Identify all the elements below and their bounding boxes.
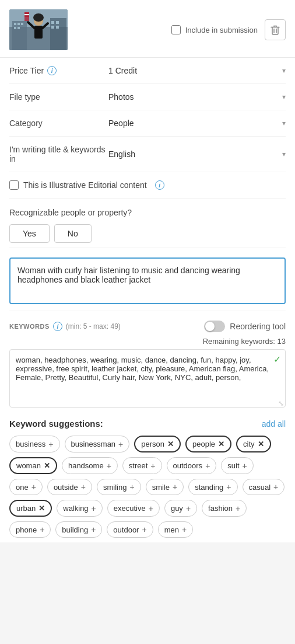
tag-add-icon[interactable]: +	[273, 482, 278, 492]
tags-container: business+businessman+person✕people✕city✕…	[9, 436, 286, 538]
tag-add-icon[interactable]: +	[48, 440, 53, 449]
tag-standing[interactable]: standing+	[188, 479, 237, 495]
tag-add-icon[interactable]: +	[236, 504, 240, 513]
tag-outdoor[interactable]: outdoor+	[107, 521, 153, 538]
tag-add-icon[interactable]: +	[92, 504, 96, 513]
tag-building[interactable]: building+	[55, 521, 102, 538]
tag-one[interactable]: one+	[9, 479, 43, 495]
tag-add-icon[interactable]: +	[150, 461, 155, 471]
tag-smiling[interactable]: smiling+	[97, 479, 141, 495]
tag-add-icon[interactable]: +	[129, 482, 134, 492]
tag-add-icon[interactable]: +	[118, 440, 123, 449]
tag-add-icon[interactable]: +	[186, 504, 191, 513]
yes-button[interactable]: Yes	[9, 224, 50, 243]
tag-city[interactable]: city✕	[236, 436, 271, 452]
tag-add-icon[interactable]: +	[149, 504, 153, 513]
tag-remove-icon[interactable]: ✕	[38, 504, 45, 513]
tag-urban[interactable]: urban✕	[9, 500, 52, 517]
tag-add-icon[interactable]: +	[91, 525, 96, 534]
tag-add-icon[interactable]: +	[31, 482, 36, 492]
svg-rect-20	[24, 14, 29, 15]
tag-add-icon[interactable]: +	[107, 461, 111, 471]
illustrative-label: This is Illustrative Editorial content	[23, 180, 147, 190]
tag-suit[interactable]: suit+	[221, 457, 253, 474]
title-textarea[interactable]: Woman with curly hair listening to music…	[9, 257, 286, 304]
reorder-toggle[interactable]	[204, 321, 225, 332]
tag-remove-icon[interactable]: ✕	[167, 440, 174, 448]
remaining-keywords: Remaining keywords: 13	[9, 337, 286, 346]
keywords-textarea[interactable]: woman, headphones, wearing, music, dance…	[9, 349, 286, 408]
tag-outdoors[interactable]: outdoors+	[167, 457, 217, 474]
add-all-button[interactable]: add all	[262, 419, 286, 429]
tag-men[interactable]: men+	[158, 521, 193, 538]
tag-add-icon[interactable]: +	[142, 525, 146, 534]
tag-add-icon[interactable]: +	[205, 461, 210, 471]
tag-add-icon[interactable]: +	[182, 525, 187, 534]
include-checkbox[interactable]	[171, 25, 181, 34]
no-button[interactable]: No	[54, 224, 92, 243]
top-section: Include in submission	[0, 0, 295, 58]
tag-remove-icon[interactable]: ✕	[258, 440, 264, 448]
illustrative-info-icon[interactable]: i	[155, 180, 164, 190]
tag-handsome[interactable]: handsome+	[62, 457, 118, 474]
illustrative-checkbox[interactable]	[9, 180, 19, 190]
tag-add-icon[interactable]: +	[243, 461, 247, 471]
chevron-down-icon: ▾	[282, 67, 286, 75]
price-tier-row: Price Tier i 1 Credit ▾	[9, 58, 286, 84]
keywords-info-icon[interactable]: i	[53, 322, 62, 331]
tag-walking[interactable]: walking+	[57, 500, 103, 517]
tag-phone[interactable]: phone+	[9, 521, 51, 538]
tag-smile[interactable]: smile+	[146, 479, 184, 495]
keywords-hint: (min: 5 - max: 49)	[66, 322, 121, 330]
tag-add-icon[interactable]: +	[81, 482, 86, 492]
title-section: Woman with curly hair listening to music…	[9, 248, 286, 311]
chevron-down-icon: ▾	[282, 93, 286, 101]
tag-remove-icon[interactable]: ✕	[218, 440, 224, 448]
file-type-row: File type Photos ▾	[9, 84, 286, 110]
trash-icon	[271, 25, 280, 35]
category-row: Category People ▾	[9, 110, 286, 137]
category-dropdown[interactable]: People ▾	[108, 119, 286, 128]
tag-person[interactable]: person✕	[134, 436, 181, 452]
language-row: I'm writing title & keywords in English …	[9, 137, 286, 172]
price-tier-label: Price Tier i	[9, 66, 108, 75]
delete-button[interactable]	[265, 19, 286, 40]
svg-rect-10	[56, 21, 59, 24]
language-dropdown[interactable]: English ▾	[108, 149, 286, 159]
tag-add-icon[interactable]: +	[40, 525, 44, 534]
language-label: I'm writing title & keywords in	[9, 145, 108, 163]
image-thumbnail	[9, 9, 68, 50]
svg-rect-12	[56, 26, 59, 29]
tag-outside[interactable]: outside+	[47, 479, 92, 495]
price-tier-dropdown[interactable]: 1 Credit ▾	[108, 66, 286, 75]
file-type-dropdown[interactable]: Photos ▾	[108, 92, 286, 102]
price-tier-info-icon[interactable]: i	[47, 66, 57, 75]
tag-street[interactable]: street+	[122, 457, 162, 474]
suggestions-header: Keyword suggestions: add all	[9, 419, 286, 429]
keywords-header: KEYWORDS i (min: 5 - max: 49) Reordering…	[9, 321, 286, 332]
tag-fashion[interactable]: fashion+	[202, 500, 247, 517]
tag-people[interactable]: people✕	[185, 436, 231, 452]
tag-woman[interactable]: woman✕	[9, 457, 57, 474]
tag-casual[interactable]: casual+	[243, 479, 285, 495]
suggestions-section: Keyword suggestions: add all business+bu…	[9, 409, 286, 542]
checkmark-icon: ✓	[273, 354, 281, 365]
svg-rect-21	[24, 16, 29, 17]
tag-business[interactable]: business+	[9, 436, 60, 452]
tag-guy[interactable]: guy+	[164, 500, 197, 517]
tag-remove-icon[interactable]: ✕	[44, 461, 50, 470]
keywords-textarea-wrapper: woman, headphones, wearing, music, dance…	[9, 349, 286, 409]
file-type-label: File type	[9, 92, 108, 102]
include-submission-area: Include in submission	[171, 25, 258, 34]
include-label: Include in submission	[185, 26, 258, 34]
svg-point-14	[33, 13, 44, 22]
tag-add-icon[interactable]: +	[226, 482, 231, 492]
form-section: Price Tier i 1 Credit ▾ File type Photos…	[0, 58, 295, 542]
resize-handle[interactable]: ⤡	[278, 399, 284, 408]
tag-businessman[interactable]: businessman+	[65, 436, 130, 452]
category-label: Category	[9, 119, 108, 128]
tag-add-icon[interactable]: +	[173, 482, 177, 492]
illustrative-row: This is Illustrative Editorial content i	[9, 172, 286, 199]
tag-executive[interactable]: executive+	[107, 500, 160, 517]
svg-rect-8	[17, 27, 20, 29]
